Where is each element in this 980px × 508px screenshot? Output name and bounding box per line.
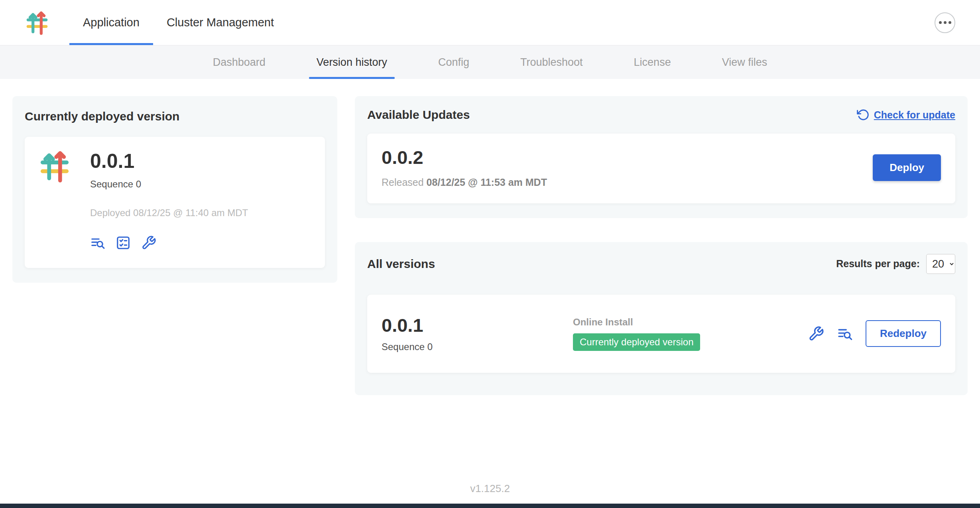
preflight-checks-button[interactable] xyxy=(116,235,131,250)
row-view-logs-button[interactable] xyxy=(837,326,853,342)
update-card: 0.0.2 Released 08/12/25 @ 11:53 am MDT D… xyxy=(367,134,955,203)
released-date: 08/12/25 @ 11:53 am MDT xyxy=(427,177,547,188)
bottom-strip xyxy=(0,504,980,508)
top-bar: Application Cluster Management xyxy=(0,0,980,45)
released-prefix: Released xyxy=(382,177,427,188)
available-updates-panel: Available Updates Check for update 0.0.2… xyxy=(355,96,968,218)
redeploy-button[interactable]: Redeploy xyxy=(866,320,941,347)
all-versions-title: All versions xyxy=(367,257,435,271)
update-version-number: 0.0.2 xyxy=(382,147,547,168)
app-version-icon xyxy=(37,149,72,252)
deployed-timestamp: Deployed 08/12/25 @ 11:40 am MDT xyxy=(90,207,248,219)
currently-deployed-title: Currently deployed version xyxy=(25,110,325,123)
logs-icon xyxy=(837,326,853,342)
edit-config-button[interactable] xyxy=(141,235,156,250)
update-released-line: Released 08/12/25 @ 11:53 am MDT xyxy=(382,177,547,188)
refresh-icon xyxy=(856,108,869,121)
currently-deployed-panel: Currently deployed version 0.0.1 Sequenc… xyxy=(12,96,337,283)
results-per-page-select[interactable]: 20 xyxy=(926,254,955,274)
tab-cluster-management[interactable]: Cluster Management xyxy=(153,0,287,45)
deployed-version-number: 0.0.1 xyxy=(90,150,248,172)
subnav-item-troubleshoot[interactable]: Troubleshoot xyxy=(520,45,583,79)
logs-icon xyxy=(90,235,105,250)
check-for-update-link[interactable]: Check for update xyxy=(856,108,955,121)
currently-deployed-badge: Currently deployed version xyxy=(573,333,700,351)
app-logo-icon xyxy=(24,0,50,45)
row-actions: Redeploy xyxy=(808,320,941,347)
row-sequence-label: Sequence 0 xyxy=(382,341,573,352)
console-version-label: v1.125.2 xyxy=(0,482,980,495)
deployed-version-actions xyxy=(90,235,248,250)
all-versions-panel: All versions Results per page: 20 0.0.1 … xyxy=(355,242,968,395)
view-logs-button[interactable] xyxy=(90,235,105,250)
row-version-number: 0.0.1 xyxy=(382,315,573,336)
check-for-update-label: Check for update xyxy=(874,109,955,121)
top-tabs: Application Cluster Management xyxy=(69,0,287,45)
row-edit-config-button[interactable] xyxy=(808,326,824,342)
ellipsis-icon xyxy=(944,21,947,24)
footer: v1.125.2 xyxy=(0,482,980,508)
checklist-icon xyxy=(116,235,131,250)
subnav-item-view-files[interactable]: View files xyxy=(722,45,767,79)
tab-application[interactable]: Application xyxy=(69,0,153,45)
subnav-item-dashboard[interactable]: Dashboard xyxy=(213,45,266,79)
results-per-page-label: Results per page: xyxy=(836,258,920,270)
wrench-gear-icon xyxy=(808,326,824,342)
deployed-sequence-label: Sequence 0 xyxy=(90,179,248,190)
install-type-label: Online Install xyxy=(573,317,808,328)
subnav-item-version-history[interactable]: Version history xyxy=(317,45,387,79)
main-content: Currently deployed version 0.0.1 Sequenc… xyxy=(0,79,980,395)
app-subnav: Dashboard Version history Config Trouble… xyxy=(0,45,980,79)
available-updates-title: Available Updates xyxy=(367,108,470,122)
version-row: 0.0.1 Sequence 0 Online Install Currentl… xyxy=(367,295,955,373)
deploy-button[interactable]: Deploy xyxy=(873,154,941,181)
deployed-version-card: 0.0.1 Sequence 0 Deployed 08/12/25 @ 11:… xyxy=(25,137,325,268)
more-menu-button[interactable] xyxy=(935,12,955,33)
wrench-gear-icon xyxy=(141,235,156,250)
subnav-item-config[interactable]: Config xyxy=(438,45,469,79)
results-per-page: Results per page: 20 xyxy=(836,254,955,274)
subnav-item-license[interactable]: License xyxy=(634,45,671,79)
